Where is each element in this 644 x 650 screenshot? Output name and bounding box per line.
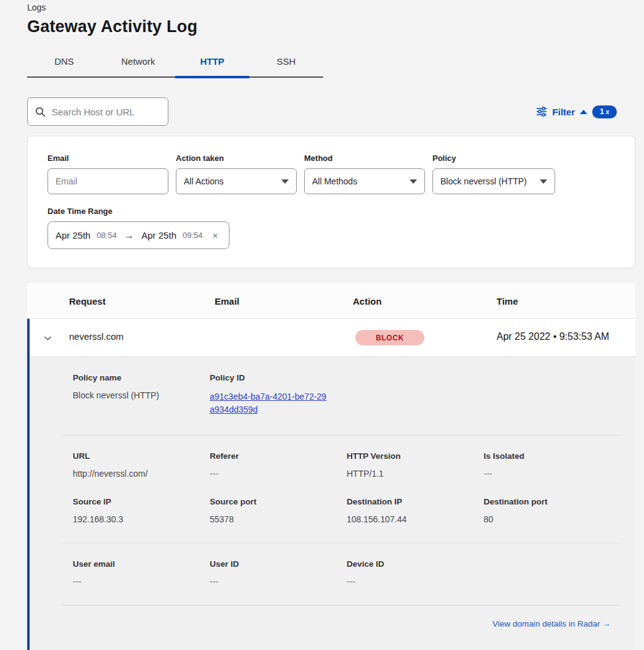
- policy-select-value: Block neverssl (HTTP): [440, 176, 527, 186]
- field-label: Source IP: [73, 497, 210, 506]
- filter-toggle[interactable]: Filter 1 x: [536, 105, 617, 118]
- tab-ssh[interactable]: SSH: [249, 50, 323, 76]
- clear-filter-icon[interactable]: x: [606, 109, 609, 115]
- chevron-down-icon[interactable]: [43, 334, 52, 343]
- filter-row-1: Email Action taken All Actions Method Al…: [47, 154, 615, 194]
- tab-network[interactable]: Network: [101, 50, 175, 76]
- collapse-caret-icon: [580, 110, 587, 114]
- policy-section: Policy name Block neverssl (HTTP) Policy…: [62, 357, 621, 435]
- daterange-input[interactable]: Apr 25th 08:54 → Apr 25th 09:54 ×: [47, 221, 229, 249]
- start-date: Apr 25th: [56, 230, 91, 241]
- filter-panel: Email Action taken All Actions Method Al…: [27, 136, 635, 268]
- log-entry-details: Policy name Block neverssl (HTTP) Policy…: [30, 357, 635, 650]
- field-user-email: User email ---: [73, 559, 210, 586]
- breadcrumb: Logs: [27, 2, 617, 12]
- field-value: http://neverssl.com/: [73, 469, 210, 479]
- field-value: 108.156.107.44: [347, 514, 484, 524]
- request-section: URL http://neverssl.com/ Referer --- HTT…: [62, 435, 621, 543]
- filter-field-email: Email: [47, 154, 168, 194]
- filter-field-daterange: Date Time Range Apr 25th 08:54 → Apr 25t…: [47, 207, 229, 249]
- method-select[interactable]: All Methods: [304, 168, 425, 194]
- field-label: URL: [73, 451, 210, 461]
- filter-field-policy: Policy Block neverssl (HTTP): [432, 154, 555, 194]
- field-value: 55378: [210, 514, 347, 524]
- action-badge: BLOCK: [355, 330, 424, 345]
- method-select-value: All Methods: [312, 176, 357, 186]
- policy-select[interactable]: Block neverssl (HTTP): [432, 168, 555, 194]
- field-value: Block neverssl (HTTP): [73, 390, 210, 400]
- policy-filter-label: Policy: [432, 154, 555, 163]
- action-select[interactable]: All Actions: [176, 168, 297, 194]
- field-policy-name: Policy name Block neverssl (HTTP): [73, 373, 210, 416]
- chevron-down-icon: [410, 179, 417, 184]
- request-host: neverssl.com: [69, 331, 123, 342]
- field-referer: Referer ---: [210, 451, 347, 479]
- field-label: Is Isolated: [484, 451, 621, 461]
- arrow-right-icon: →: [124, 230, 134, 241]
- field-is-isolated: Is Isolated ---: [484, 451, 621, 479]
- field-http-version: HTTP Version HTTP/1.1: [347, 451, 484, 479]
- clear-daterange-icon[interactable]: ×: [213, 230, 218, 241]
- method-filter-label: Method: [304, 154, 425, 163]
- filter-label: Filter: [552, 107, 575, 117]
- field-source-ip: Source IP 192.168.30.3: [73, 497, 210, 524]
- col-header-email: Email: [215, 296, 239, 306]
- col-header-time: Time: [497, 296, 518, 306]
- filter-sliders-icon: [536, 107, 547, 117]
- toolbar: Filter 1 x: [27, 97, 617, 126]
- table-row[interactable]: neverssl.com BLOCK Apr 25 2022 • 9:53:53…: [30, 319, 635, 357]
- field-value: ---: [210, 469, 347, 479]
- radar-link[interactable]: View domain details in Radar →: [492, 619, 611, 628]
- tab-dns[interactable]: DNS: [27, 50, 101, 76]
- field-value: ---: [73, 577, 210, 586]
- filter-count-badge[interactable]: 1 x: [592, 105, 617, 118]
- field-label: Destination IP: [347, 497, 484, 506]
- field-label: Policy name: [73, 373, 210, 382]
- field-source-port: Source port 55378: [210, 497, 347, 524]
- page-header: Logs Gateway Activity Log: [0, 0, 644, 36]
- filter-count: 1: [600, 107, 604, 116]
- end-date: Apr 25th: [141, 230, 176, 241]
- search-input[interactable]: [52, 107, 157, 117]
- field-label: Referer: [210, 451, 347, 461]
- filter-field-method: Method All Methods: [304, 154, 425, 194]
- action-filter-label: Action taken: [176, 154, 297, 163]
- field-label: Device ID: [347, 559, 484, 569]
- action-select-value: All Actions: [184, 176, 224, 186]
- field-value: ---: [484, 469, 621, 479]
- log-type-tabs: DNS Network HTTP SSH: [27, 50, 323, 78]
- field-destination-ip: Destination IP 108.156.107.44: [347, 497, 484, 524]
- table-header: Request Email Action Time: [27, 283, 635, 319]
- request-time: Apr 25 2022 • 9:53:53 AM: [497, 331, 609, 342]
- field-label: Source port: [210, 497, 347, 506]
- policy-id-link[interactable]: a91c3eb4-ba7a-4201-be72-29a934dd359d: [210, 390, 328, 416]
- field-label: HTTP Version: [347, 451, 484, 461]
- field-value: HTTP/1.1: [347, 469, 484, 479]
- field-label: Destination port: [484, 497, 621, 506]
- field-value: ---: [347, 577, 484, 586]
- field-value: 192.168.30.3: [73, 514, 210, 524]
- field-device-id: Device ID ---: [347, 559, 484, 586]
- field-label: User ID: [210, 559, 347, 569]
- col-header-action: Action: [353, 296, 382, 306]
- end-time: 09:54: [183, 231, 203, 240]
- field-label: User email: [73, 559, 210, 569]
- tab-http[interactable]: HTTP: [175, 50, 249, 76]
- email-filter-label: Email: [47, 154, 168, 163]
- filter-field-action: Action taken All Actions: [176, 154, 297, 194]
- radar-link-row: View domain details in Radar →: [62, 606, 621, 628]
- email-filter-input[interactable]: [47, 168, 168, 194]
- field-policy-id: Policy ID a91c3eb4-ba7a-4201-be72-29a934…: [210, 373, 347, 416]
- search-box[interactable]: [27, 97, 168, 126]
- field-value: 80: [484, 514, 621, 524]
- page-title: Gateway Activity Log: [27, 17, 617, 36]
- field-label: Policy ID: [210, 373, 347, 382]
- chevron-down-icon: [540, 179, 547, 184]
- expanded-log-entry: neverssl.com BLOCK Apr 25 2022 • 9:53:53…: [27, 319, 635, 650]
- field-url: URL http://neverssl.com/: [73, 451, 210, 479]
- filter-row-2: Date Time Range Apr 25th 08:54 → Apr 25t…: [47, 207, 615, 249]
- daterange-label: Date Time Range: [47, 207, 229, 216]
- user-section: User email --- User ID --- Device ID ---: [62, 543, 621, 606]
- activity-table: Request Email Action Time neverssl.com B…: [27, 283, 635, 650]
- start-time: 08:54: [97, 231, 117, 240]
